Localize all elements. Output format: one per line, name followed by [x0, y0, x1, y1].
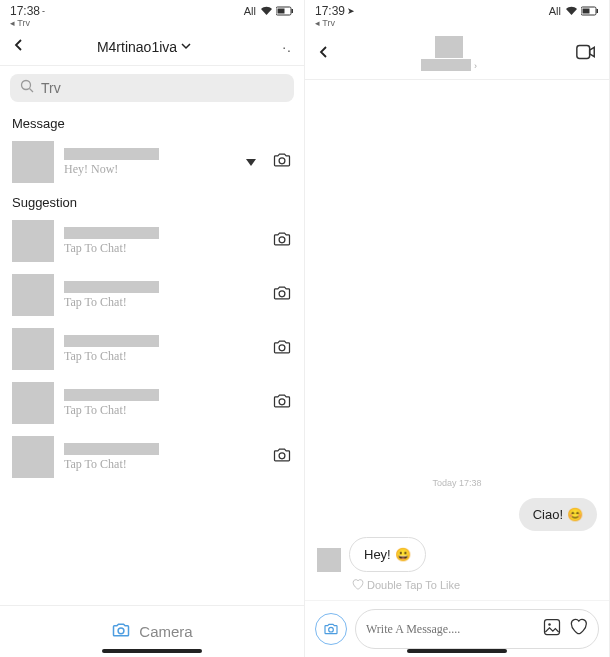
received-bubble[interactable]: Hey! 😀: [349, 537, 426, 572]
back-icon[interactable]: [317, 43, 331, 64]
avatar: [12, 436, 54, 478]
message-row-received: Hey! 😀: [317, 537, 597, 572]
return-to-app[interactable]: ◂ Trv: [0, 18, 304, 30]
home-indicator: [102, 649, 202, 653]
double-tap-text: Double Tap To Like: [367, 579, 460, 591]
emoji-smile-icon: 😊: [567, 507, 583, 522]
message-input[interactable]: [366, 622, 536, 637]
chat-preview: Tap To Chat!: [64, 349, 262, 364]
avatar: [12, 274, 54, 316]
suggestion-section-title: Suggestion: [0, 189, 304, 214]
svg-point-8: [279, 345, 285, 351]
svg-rect-1: [278, 9, 285, 14]
return-to-app[interactable]: ◂ Trv: [305, 18, 609, 30]
chat-row[interactable]: Tap To Chat!: [0, 430, 304, 484]
avatar: [12, 220, 54, 262]
chat-name-redacted: [64, 148, 159, 160]
status-bar: 17:39 ➤ All: [305, 0, 609, 18]
camera-icon[interactable]: [272, 283, 292, 307]
camera-icon[interactable]: [272, 337, 292, 361]
search-icon: [20, 79, 34, 97]
unread-indicator-icon: [246, 159, 256, 166]
chat-name-redacted: [64, 281, 159, 293]
camera-icon[interactable]: [272, 445, 292, 469]
emoji-grin-icon: 😀: [395, 547, 411, 562]
contact-avatar[interactable]: ›: [421, 36, 477, 71]
avatar: [12, 328, 54, 370]
back-icon[interactable]: [12, 36, 26, 57]
avatar: [12, 382, 54, 424]
search-input[interactable]: [41, 80, 284, 96]
chat-preview: Tap To Chat!: [64, 403, 262, 418]
svg-point-5: [279, 158, 285, 164]
chat-name-redacted: [64, 443, 159, 455]
video-call-icon[interactable]: [575, 42, 597, 66]
network-label: All: [549, 5, 561, 17]
message-row-sent: Ciao! 😊: [317, 498, 597, 531]
account-switcher[interactable]: M4rtinao1iva: [26, 39, 262, 55]
status-time: 17:39: [315, 4, 345, 18]
username: M4rtinao1iva: [97, 39, 177, 55]
svg-point-16: [329, 627, 334, 632]
heart-icon[interactable]: [568, 617, 588, 641]
message-input-container[interactable]: [355, 609, 599, 649]
chat-name-redacted: [64, 389, 159, 401]
conversation-area: Today 17:38 Ciao! 😊 Hey! 😀 Double Tap To…: [305, 80, 609, 600]
home-indicator: [407, 649, 507, 653]
camera-label: Camera: [139, 623, 192, 640]
svg-rect-14: [597, 9, 599, 13]
svg-point-9: [279, 399, 285, 405]
location-dot: -: [42, 6, 45, 16]
conversation-header: ›: [305, 30, 609, 80]
chat-preview: Hey! Now!: [64, 162, 236, 177]
camera-icon[interactable]: [272, 391, 292, 415]
svg-rect-13: [583, 9, 590, 14]
chat-row[interactable]: Tap To Chat!: [0, 376, 304, 430]
chat-preview: Tap To Chat!: [64, 457, 262, 472]
svg-rect-17: [545, 620, 560, 635]
chat-list: Message Hey! Now! Suggestion Tap To Chat…: [0, 110, 304, 605]
wifi-battery-icons: [260, 6, 294, 16]
gallery-icon[interactable]: [542, 617, 562, 641]
avatar: [12, 141, 54, 183]
camera-icon[interactable]: [272, 150, 292, 174]
chat-preview: Tap To Chat!: [64, 241, 262, 256]
sent-bubble[interactable]: Ciao! 😊: [519, 498, 597, 531]
svg-point-11: [118, 628, 124, 634]
chevron-right-icon: ›: [474, 61, 477, 71]
dm-header: M4rtinao1iva ·.: [0, 30, 304, 66]
chat-row[interactable]: Hey! Now!: [0, 135, 304, 189]
search-box[interactable]: [10, 74, 294, 102]
heart-outline-icon: [351, 578, 364, 592]
svg-line-4: [30, 89, 34, 93]
chat-row[interactable]: Tap To Chat!: [0, 214, 304, 268]
svg-point-7: [279, 291, 285, 297]
wifi-battery-icons: [565, 6, 599, 16]
chevron-down-icon: [181, 41, 191, 52]
camera-blue-icon: [111, 620, 131, 643]
chat-row[interactable]: Tap To Chat!: [0, 322, 304, 376]
sender-avatar[interactable]: [317, 548, 341, 572]
svg-point-10: [279, 453, 285, 459]
svg-rect-2: [292, 9, 294, 13]
conversation-screen: 17:39 ➤ All ◂ Trv › Today: [305, 0, 610, 657]
status-time: 17:38: [10, 4, 40, 18]
camera-capture-button[interactable]: [315, 613, 347, 645]
more-icon[interactable]: ·.: [282, 39, 292, 55]
message-section-title: Message: [0, 110, 304, 135]
chat-name-redacted: [64, 227, 159, 239]
svg-point-3: [22, 81, 31, 90]
timestamp-divider: Today 17:38: [317, 478, 597, 488]
chat-name-redacted: [64, 335, 159, 347]
svg-rect-15: [577, 45, 590, 58]
location-icon: ➤: [347, 6, 355, 16]
svg-point-6: [279, 237, 285, 243]
double-tap-hint: Double Tap To Like: [317, 578, 597, 592]
dm-list-screen: 17:38 - All ◂ Trv M4rtinao1iva ·.: [0, 0, 305, 657]
network-label: All: [244, 5, 256, 17]
chat-preview: Tap To Chat!: [64, 295, 262, 310]
svg-point-18: [548, 623, 551, 626]
camera-icon[interactable]: [272, 229, 292, 253]
status-bar: 17:38 - All: [0, 0, 304, 18]
chat-row[interactable]: Tap To Chat!: [0, 268, 304, 322]
